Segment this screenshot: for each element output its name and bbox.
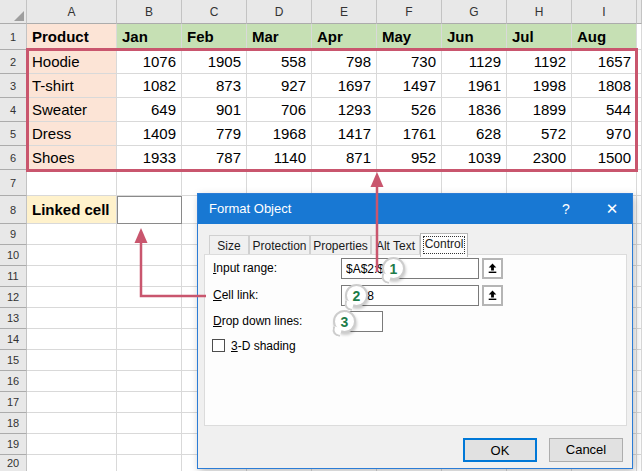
cell-A15[interactable] (27, 350, 117, 371)
row-header-17[interactable]: 17 (0, 392, 27, 413)
cell-B11[interactable] (117, 266, 182, 287)
cell-B19[interactable] (117, 434, 182, 455)
cell-A12[interactable] (27, 287, 117, 308)
cell-B6[interactable]: 1933 (117, 146, 182, 170)
cell-H2[interactable]: 1192 (507, 50, 572, 74)
cell-B3[interactable]: 1082 (117, 74, 182, 98)
cell-C3[interactable]: 873 (182, 74, 247, 98)
row-header-13[interactable]: 13 (0, 308, 27, 329)
input-range-collapse-button[interactable] (482, 258, 503, 279)
row-header-5[interactable]: 5 (0, 122, 27, 146)
column-header-A[interactable]: A (27, 0, 117, 24)
cell-I1[interactable]: Aug (572, 24, 637, 50)
cell-G2[interactable]: 1129 (442, 50, 507, 74)
cell-A11[interactable] (27, 266, 117, 287)
cell-G6[interactable]: 1039 (442, 146, 507, 170)
cell-D4[interactable]: 706 (247, 98, 312, 122)
cell-F5[interactable]: 1761 (377, 122, 442, 146)
row-header-12[interactable]: 12 (0, 287, 27, 308)
cell-D6[interactable]: 1140 (247, 146, 312, 170)
cell-A7[interactable] (27, 170, 117, 196)
tab-size[interactable]: Size (209, 235, 249, 256)
cell-F3[interactable]: 1497 (377, 74, 442, 98)
cell-link-collapse-button[interactable] (482, 285, 503, 306)
row-header-20[interactable]: 20 (0, 455, 27, 471)
cell-A20[interactable] (27, 455, 117, 471)
row-header-11[interactable]: 11 (0, 266, 27, 287)
row-header-19[interactable]: 19 (0, 434, 27, 455)
cell-A1[interactable]: Product (27, 24, 117, 50)
cell-B17[interactable] (117, 392, 182, 413)
row-header-18[interactable]: 18 (0, 413, 27, 434)
cell-E1[interactable]: Apr (312, 24, 377, 50)
cell-B4[interactable]: 649 (117, 98, 182, 122)
cell-G3[interactable]: 1961 (442, 74, 507, 98)
row-header-4[interactable]: 4 (0, 98, 27, 122)
cancel-button[interactable]: Cancel (549, 438, 623, 462)
cell-A14[interactable] (27, 329, 117, 350)
row-header-3[interactable]: 3 (0, 74, 27, 98)
input-range-field[interactable] (341, 258, 479, 279)
tab-protection[interactable]: Protection (249, 235, 310, 256)
cell-D3[interactable]: 927 (247, 74, 312, 98)
cell-B1[interactable]: Jan (117, 24, 182, 50)
cell-A17[interactable] (27, 392, 117, 413)
dialog-titlebar[interactable]: Format Object ? ✕ (198, 194, 632, 224)
row-header-10[interactable]: 10 (0, 245, 27, 266)
cell-H6[interactable]: 2300 (507, 146, 572, 170)
cell-B20[interactable] (117, 455, 182, 471)
cell-C6[interactable]: 787 (182, 146, 247, 170)
cell-B9[interactable] (117, 224, 182, 245)
cell-A10[interactable] (27, 245, 117, 266)
tab-alt-text[interactable]: Alt Text (371, 235, 420, 256)
row-header-8[interactable]: 8 (0, 196, 27, 224)
cell-E4[interactable]: 1293 (312, 98, 377, 122)
column-header-H[interactable]: H (507, 0, 572, 24)
cell-E5[interactable]: 1417 (312, 122, 377, 146)
cell-B10[interactable] (117, 245, 182, 266)
cell-A13[interactable] (27, 308, 117, 329)
cell-D2[interactable]: 558 (247, 50, 312, 74)
cell-H4[interactable]: 1899 (507, 98, 572, 122)
cell-G4[interactable]: 1836 (442, 98, 507, 122)
linked-cell-B8[interactable] (117, 196, 182, 224)
cell-B7[interactable] (117, 170, 182, 196)
select-all-corner[interactable] (0, 0, 27, 24)
cell-B12[interactable] (117, 287, 182, 308)
cell-A2[interactable]: Hoodie (27, 50, 117, 74)
3d-shading-checkbox[interactable] (212, 339, 225, 352)
cell-A9[interactable] (27, 224, 117, 245)
cell-A4[interactable]: Sweater (27, 98, 117, 122)
cell-F2[interactable]: 730 (377, 50, 442, 74)
close-icon[interactable]: ✕ (598, 194, 626, 224)
cell-B14[interactable] (117, 329, 182, 350)
row-header-7[interactable]: 7 (0, 170, 27, 196)
cell-D1[interactable]: Mar (247, 24, 312, 50)
cell-H3[interactable]: 1998 (507, 74, 572, 98)
cell-A8[interactable]: Linked cell (27, 196, 117, 224)
tab-control[interactable]: Control (420, 233, 468, 257)
help-icon[interactable]: ? (554, 194, 578, 224)
column-header-D[interactable]: D (247, 0, 312, 24)
cell-E2[interactable]: 798 (312, 50, 377, 74)
cell-C1[interactable]: Feb (182, 24, 247, 50)
row-header-15[interactable]: 15 (0, 350, 27, 371)
cell-F4[interactable]: 526 (377, 98, 442, 122)
cell-I5[interactable]: 970 (572, 122, 637, 146)
row-header-1[interactable]: 1 (0, 24, 27, 50)
cell-A3[interactable]: T-shirt (27, 74, 117, 98)
cell-D5[interactable]: 1968 (247, 122, 312, 146)
cell-G1[interactable]: Jun (442, 24, 507, 50)
cell-C2[interactable]: 1905 (182, 50, 247, 74)
column-header-C[interactable]: C (182, 0, 247, 24)
cell-G5[interactable]: 628 (442, 122, 507, 146)
cell-B13[interactable] (117, 308, 182, 329)
column-header-B[interactable]: B (117, 0, 182, 24)
cell-F1[interactable]: May (377, 24, 442, 50)
row-header-2[interactable]: 2 (0, 50, 27, 74)
cell-A6[interactable]: Shoes (27, 146, 117, 170)
column-header-G[interactable]: G (442, 0, 507, 24)
cell-I6[interactable]: 1500 (572, 146, 637, 170)
row-header-6[interactable]: 6 (0, 146, 27, 170)
cell-A5[interactable]: Dress (27, 122, 117, 146)
